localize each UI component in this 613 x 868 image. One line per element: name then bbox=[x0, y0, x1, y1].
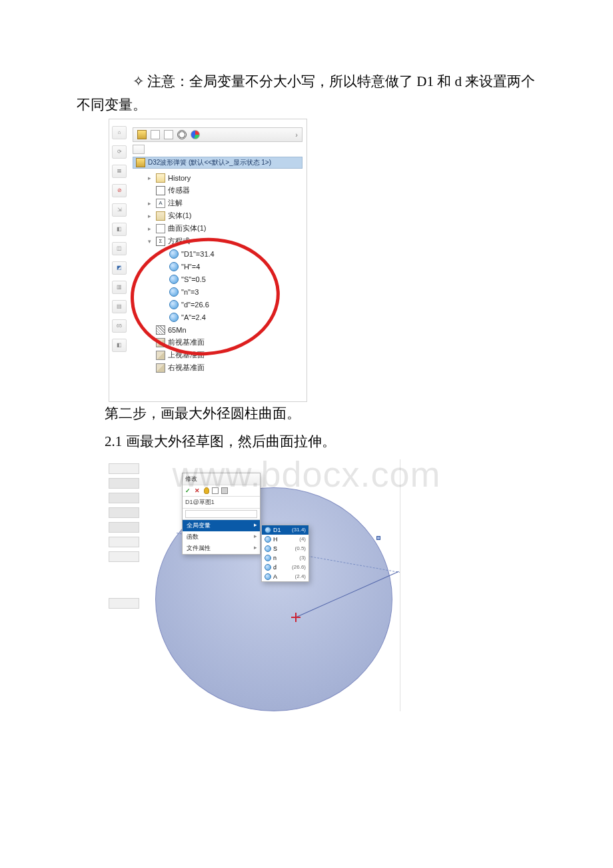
collapsed-panel bbox=[109, 459, 142, 711]
global-var-item[interactable]: A(2.4) bbox=[262, 572, 308, 581]
globe-icon bbox=[169, 313, 179, 322]
tree-row[interactable]: "H"=4 bbox=[144, 260, 303, 273]
left-btn[interactable]: ▤ bbox=[112, 300, 127, 313]
tree-row[interactable]: "A"=2.4 bbox=[144, 311, 303, 323]
chevron-right-icon[interactable]: ▸ bbox=[148, 225, 156, 232]
left-btn[interactable]: ⌂ bbox=[112, 126, 127, 139]
diamond-bullet: ✧ bbox=[105, 70, 145, 93]
popup-list-item[interactable]: 文件属性▸ bbox=[183, 543, 260, 554]
origin-icon bbox=[293, 614, 299, 621]
display-tab-icon[interactable] bbox=[177, 130, 187, 139]
appearance-tab-icon[interactable] bbox=[191, 130, 200, 139]
tree-row[interactable]: 前视基准面 bbox=[144, 336, 303, 349]
tree-row[interactable]: ▸History bbox=[144, 171, 303, 184]
tree-row[interactable]: 上视基准面 bbox=[144, 349, 303, 361]
global-var-item[interactable]: H(4) bbox=[262, 535, 308, 544]
tree-row[interactable]: ▸实体(1) bbox=[144, 209, 303, 222]
left-btn[interactable]: ⊘ bbox=[112, 184, 127, 197]
part-icon bbox=[136, 158, 145, 167]
tree-row[interactable]: 右视基准面 bbox=[144, 361, 303, 374]
chevron-right-icon[interactable]: ▸ bbox=[148, 175, 156, 181]
tree-row[interactable]: "S"=0.5 bbox=[144, 273, 303, 285]
var-value: (31.4) bbox=[292, 527, 306, 533]
eq-icon: Σ bbox=[156, 237, 165, 246]
rebuild-icon[interactable] bbox=[212, 487, 219, 494]
panel-stub[interactable] bbox=[109, 522, 139, 533]
left-btn[interactable]: ⇲ bbox=[112, 203, 127, 217]
tree-label: 前视基准面 bbox=[168, 337, 205, 347]
panel-stub[interactable] bbox=[109, 507, 139, 518]
left-btn[interactable]: ◩ bbox=[112, 261, 127, 275]
reverse-icon[interactable] bbox=[221, 487, 228, 494]
popup-list-item[interactable]: 全局变量▸ bbox=[183, 520, 260, 531]
tree-label: "S"=0.5 bbox=[181, 275, 206, 283]
feature-tree-tab-icon[interactable] bbox=[137, 130, 147, 139]
tree-label: "D1"=31.4 bbox=[181, 250, 215, 258]
surf-icon bbox=[156, 224, 165, 233]
property-tab-icon[interactable] bbox=[151, 130, 160, 139]
note-paragraph: ✧注意：全局变量不分大小写，所以特意做了 D1 和 d 来设置两个不同变量。 bbox=[77, 70, 536, 116]
global-var-item[interactable]: d(26.6) bbox=[262, 563, 308, 572]
left-btn[interactable]: ◫ bbox=[112, 242, 127, 255]
popup-toolbar: ✓ ✕ bbox=[183, 485, 260, 497]
var-name: A bbox=[273, 573, 277, 580]
tree-label: 上视基准面 bbox=[168, 350, 205, 360]
cancel-icon[interactable]: ✕ bbox=[195, 487, 201, 494]
left-btn[interactable]: ◧ bbox=[112, 223, 127, 236]
tree-row[interactable]: 传感器 bbox=[144, 184, 303, 197]
feature-tree: ▸History传感器▸A注解▸实体(1)▸曲面实体(1)▾Σ方程式"D1"=3… bbox=[144, 171, 303, 374]
panel-stub[interactable] bbox=[109, 551, 139, 562]
config-tab-icon[interactable] bbox=[164, 130, 173, 139]
note-text: 注意：全局变量不分大小写，所以特意做了 D1 和 d 来设置两个不同变量。 bbox=[77, 73, 535, 113]
body-icon bbox=[156, 211, 165, 221]
left-btn[interactable]: ▥ bbox=[112, 281, 127, 294]
chevron-right-icon[interactable]: › bbox=[295, 131, 298, 139]
filter-icon[interactable] bbox=[133, 145, 145, 154]
tree-row[interactable]: "D1"=31.4 bbox=[144, 247, 303, 260]
modify-dimension-popup[interactable]: 修改 ✓ ✕ D1@草图1 全局变量▸函数▸文件属性▸ bbox=[182, 473, 261, 555]
left-btn[interactable]: ◧ bbox=[112, 339, 127, 352]
part-root-row[interactable]: D32波形弹簧 (默认<<默认>_显示状态 1>) bbox=[133, 157, 303, 169]
panel-stub[interactable] bbox=[109, 478, 139, 489]
panel-stub[interactable] bbox=[109, 537, 139, 547]
global-variable-submenu[interactable]: D1(31.4)H(4)S(0.5)n(3)d(26.6)A(2.4) bbox=[261, 525, 309, 582]
panel-stub[interactable] bbox=[109, 463, 139, 474]
popup-list-item[interactable]: 函数▸ bbox=[183, 531, 260, 543]
var-name: n bbox=[273, 555, 277, 561]
global-var-item[interactable]: S(0.5) bbox=[262, 544, 308, 553]
chevron-right-icon: ▸ bbox=[254, 544, 257, 551]
left-btn[interactable]: 〓 bbox=[112, 165, 127, 178]
ok-icon[interactable]: ✓ bbox=[185, 487, 192, 494]
tree-label: "d"=26.6 bbox=[181, 301, 209, 309]
bulb-icon[interactable] bbox=[204, 487, 209, 494]
global-var-item[interactable]: D1(31.4) bbox=[262, 525, 308, 535]
screenshot-feature-tree: ⌂ ⟳ 〓 ⊘ ⇲ ◧ ◫ ◩ ▥ ▤ 65 ◧ › D32波形弹簧 (默认<<… bbox=[109, 119, 307, 402]
step2-1-text: 2.1 画最大外径草图，然后曲面拉伸。 bbox=[77, 430, 536, 454]
panel-stub[interactable] bbox=[109, 493, 139, 503]
tree-row[interactable]: ▸曲面实体(1) bbox=[144, 222, 303, 235]
chevron-right-icon[interactable]: ▸ bbox=[148, 213, 156, 219]
var-name: H bbox=[273, 536, 278, 543]
globe-icon bbox=[169, 300, 179, 309]
tree-row[interactable]: "d"=26.6 bbox=[144, 298, 303, 311]
dimension-value-input[interactable] bbox=[185, 510, 257, 518]
tree-row[interactable]: "n"=3 bbox=[144, 285, 303, 298]
left-btn[interactable]: 65 bbox=[112, 319, 127, 333]
chevron-down-icon[interactable]: ▾ bbox=[148, 238, 156, 245]
graphics-area[interactable]: 修改 ✓ ✕ D1@草图1 全局变量▸函数▸文件属性▸ D1(31.4)H(4)… bbox=[142, 459, 400, 711]
popup-title: 修改 bbox=[183, 473, 260, 485]
tree-row[interactable]: ▸A注解 bbox=[144, 197, 303, 209]
left-btn[interactable]: ⟳ bbox=[112, 145, 127, 159]
chevron-right-icon[interactable]: ▸ bbox=[148, 200, 156, 207]
left-toolbar: ⌂ ⟳ 〓 ⊘ ⇲ ◧ ◫ ◩ ▥ ▤ 65 ◧ bbox=[112, 126, 131, 399]
globe-icon bbox=[265, 536, 271, 543]
tree-label: 注解 bbox=[168, 198, 183, 208]
global-var-item[interactable]: n(3) bbox=[262, 553, 308, 563]
sketch-point[interactable] bbox=[376, 536, 380, 540]
chevron-right-icon: ▸ bbox=[254, 533, 257, 539]
tree-row[interactable]: ▾Σ方程式 bbox=[144, 235, 303, 247]
plane-icon bbox=[156, 338, 165, 347]
panel-stub[interactable] bbox=[109, 598, 139, 609]
tree-label: 传感器 bbox=[168, 185, 190, 195]
tree-row[interactable]: 65Mn bbox=[144, 323, 303, 336]
